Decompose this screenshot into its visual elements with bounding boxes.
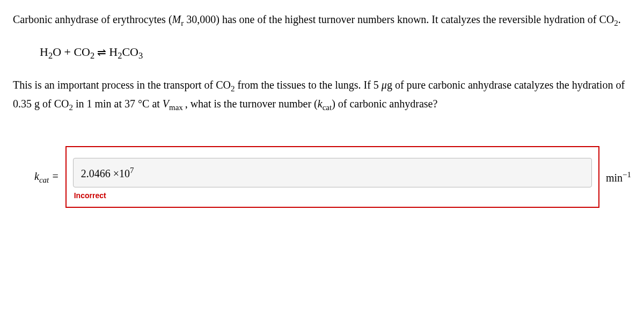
mu-symbol: μ (382, 79, 387, 91)
eq-segment: O + CO (53, 45, 90, 59)
input-value-base: 2.0466 ×10 (81, 167, 130, 179)
text-segment: from the tissues to the lungs. If 5 (235, 79, 382, 91)
unit-base: min (606, 171, 623, 183)
feedback-message: Incorrect (74, 190, 106, 201)
co2-subscript: 2 (69, 103, 73, 112)
kcat-k: k (34, 170, 39, 182)
vmax-symbol: V (163, 98, 169, 110)
eq-segment: CO (122, 45, 138, 59)
equilibrium-arrow-icon: ⇌ (94, 46, 109, 58)
answer-container: 2.0466 ×107 Incorrect (65, 146, 599, 208)
answer-row: kcat = 2.0466 ×107 Incorrect min−1 (34, 146, 631, 208)
kcat-sub: cat (39, 176, 49, 184)
question-intro: Carbonic anhydrase of erythrocytes (Mr 3… (13, 11, 631, 30)
unit-exponent: −1 (623, 170, 631, 179)
co2-subscript: 2 (614, 19, 618, 27)
mr-symbol: M (172, 13, 181, 25)
text-segment: , what is the turnover number ( (185, 98, 318, 110)
vmax-subscript: max (169, 103, 185, 112)
eq-subscript: 2 (90, 50, 94, 61)
text-segment: ) of carbonic anhydrase? (332, 98, 437, 110)
text-segment: in 1 min at 37 °C at (73, 98, 163, 110)
kcat-variable-label: kcat = (34, 168, 59, 186)
kcat-symbol: k (318, 98, 323, 110)
input-value-exponent: 7 (130, 166, 134, 175)
answer-box: 2.0466 ×107 Incorrect (65, 146, 599, 208)
eq-subscript: 3 (138, 50, 143, 61)
text-segment: Carbonic anhydrase of erythrocytes ( (13, 13, 172, 25)
eq-subscript: 2 (48, 50, 53, 61)
eq-segment: H (109, 45, 118, 59)
text-segment: . (618, 13, 621, 25)
text-segment: This is an important process in the tran… (13, 79, 231, 91)
unit-label: min−1 (606, 168, 631, 186)
question-continuation: This is an important process in the tran… (13, 76, 631, 114)
co2-subscript: 2 (231, 84, 235, 93)
text-segment: 30,000) has one of the highest turnover … (184, 13, 614, 25)
kcat-subscript: cat (323, 103, 332, 112)
chemical-equation: H2O + CO2 ⇌ H2CO3 (40, 42, 631, 63)
kcat-input[interactable]: 2.0466 ×107 (73, 158, 592, 188)
eq-segment: H (40, 45, 48, 59)
equals-sign: = (49, 170, 59, 182)
